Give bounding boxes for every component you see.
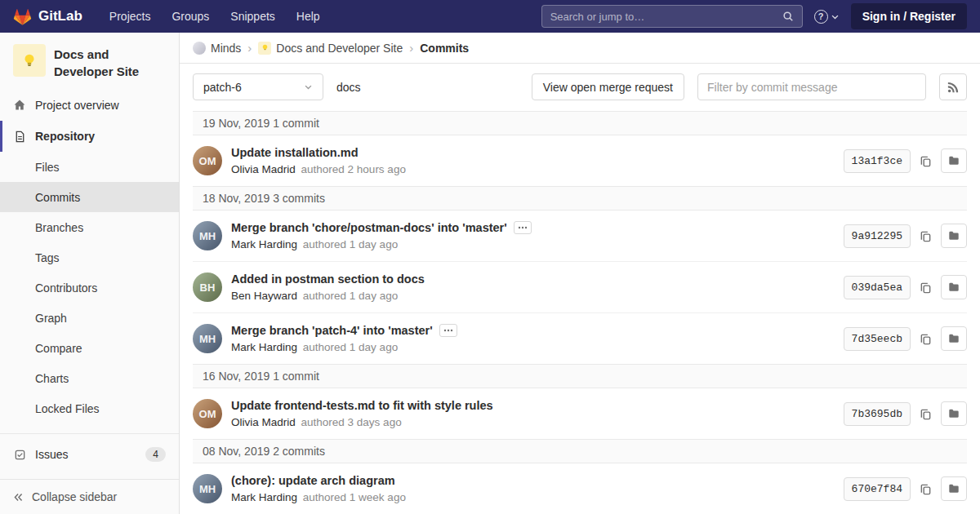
help-menu[interactable]: ? [814,10,840,24]
browse-files-button[interactable] [941,401,967,426]
sidebar-item-commits[interactable]: Commits [0,182,179,212]
browse-files-button[interactable] [941,148,967,173]
sidebar-item-label: Project overview [35,99,119,112]
sidebar-item-graph[interactable]: Graph [0,303,179,333]
collapse-sidebar-button[interactable]: Collapse sidebar [0,479,179,514]
sidebar-item-tags[interactable]: Tags [0,242,179,273]
folder-icon [948,483,960,494]
sidebar-item-compare[interactable]: Compare [0,333,179,363]
breadcrumb-group-label: Minds [211,42,241,55]
folder-icon [948,230,960,241]
avatar-initials: MH [199,333,216,345]
expand-commit-description-button[interactable] [514,221,532,234]
commit-title-link[interactable]: Merge branch 'chore/postman-docs' into '… [231,221,507,234]
top-navbar: GitLab Projects Groups Snippets Help ? S… [0,0,980,33]
commit-author-link[interactable]: Ben Hayward [231,290,297,302]
commit-row: BH Added in postman section to docs Ben … [193,261,967,312]
document-icon [13,131,26,143]
ref-path-label: docs [336,81,361,94]
commit-title-link[interactable]: Added in postman section to docs [231,273,425,286]
search-input[interactable] [550,11,782,23]
nav-item-help[interactable]: Help [286,0,331,33]
view-open-merge-request-button[interactable]: View open merge request [532,73,684,100]
breadcrumb-project-label: Docs and Developer Site [276,42,403,55]
copy-sha-button[interactable] [918,481,933,497]
commits-toolbar: patch-6 docs View open merge request [193,73,967,100]
commit-title-link[interactable]: Update installation.md [231,146,359,159]
brand-text[interactable]: GitLab [38,8,82,24]
avatar: MH [193,324,222,353]
sidebar-item-contributors[interactable]: Contributors [0,273,179,303]
commit-list: 19 Nov, 2019 1 commit OM Update installa… [193,111,967,514]
sidebar-item-locked-files[interactable]: Locked Files [0,393,179,423]
sidebar-item-project-overview[interactable]: Project overview [0,90,179,121]
commit-author-link[interactable]: Mark Harding [231,341,297,353]
sidebar-item-label: Repository [35,130,95,143]
commit-date-header: 16 Nov, 2019 1 commit [193,364,967,388]
group-avatar [193,42,206,55]
double-chevron-left-icon [13,492,24,503]
browse-files-button[interactable] [941,476,967,501]
sidebar-item-charts[interactable]: Charts [0,363,179,393]
ellipsis-icon [518,226,528,229]
commit-authored-text: authored 1 day ago [303,238,398,250]
nav-item-projects[interactable]: Projects [99,0,162,33]
commit-author-link[interactable]: Olivia Madrid [231,163,296,175]
copy-sha-button[interactable] [918,331,933,347]
commit-sha-link[interactable]: 9a912295 [844,224,911,248]
avatar-initials: MH [199,230,216,242]
copy-sha-button[interactable] [918,153,933,169]
nav-item-groups[interactable]: Groups [161,0,220,33]
copy-sha-button[interactable] [918,406,933,422]
sidebar-item-label: Issues [35,448,68,461]
commit-date-header: 18 Nov, 2019 3 commits [193,186,967,210]
browse-files-button[interactable] [941,224,967,248]
copy-sha-button[interactable] [918,228,933,244]
commit-sha-link[interactable]: 13a1f3ce [844,149,911,173]
commit-row: MH Merge branch 'patch-4' into 'master' … [193,312,967,364]
avatar: OM [193,399,222,428]
copy-icon [920,333,932,345]
sidebar-item-repository[interactable]: Repository [0,121,179,152]
project-header[interactable]: Docs and Developer Site [0,33,179,90]
avatar-initials: MH [199,483,216,495]
browse-files-button[interactable] [941,275,967,299]
breadcrumb-project[interactable]: Docs and Developer Site [258,42,403,55]
commit-authored-text: authored 1 day ago [303,341,398,353]
collapse-sidebar-label: Collapse sidebar [32,490,117,503]
commit-sha-link[interactable]: 7b3695db [844,402,911,426]
breadcrumb-group[interactable]: Minds [193,42,241,55]
issues-icon [13,449,26,461]
sidebar-item-branches[interactable]: Branches [0,212,179,242]
expand-commit-description-button[interactable] [439,324,457,337]
sidebar-item-files[interactable]: Files [0,152,179,182]
copy-sha-button[interactable] [918,280,933,295]
commit-author-link[interactable]: Mark Harding [231,238,297,250]
commit-sha-link[interactable]: 039da5ea [844,276,911,299]
nav-item-snippets[interactable]: Snippets [220,0,285,33]
commit-row: MH (chore): update arch diagram Mark Har… [193,463,967,514]
lightbulb-icon [20,51,38,69]
copy-icon [920,155,932,167]
sidebar-item-issues[interactable]: Issues 4 [0,439,179,470]
commit-title-link[interactable]: Merge branch 'patch-4' into 'master' [231,324,433,337]
commit-sha-link[interactable]: 670e7f84 [844,477,911,501]
commit-author-link[interactable]: Mark Harding [231,491,297,503]
project-sidebar: Docs and Developer Site Project overview… [0,33,180,514]
commits-feed-button[interactable] [939,73,967,100]
browse-files-button[interactable] [941,326,967,351]
avatar-initials: OM [199,408,216,420]
search-icon [782,11,794,22]
sidebar-nav: Project overview Repository Files Commit… [0,90,179,470]
sign-in-register-button[interactable]: Sign in / Register [851,3,967,29]
commit-title-link[interactable]: (chore): update arch diagram [231,474,395,487]
commit-title-link[interactable]: Update frontend-tests.md to fit with sty… [231,399,493,412]
lightbulb-icon [261,43,270,52]
chevron-down-icon [831,12,840,21]
filter-commits-input[interactable] [697,73,926,100]
gitlab-logo-icon[interactable] [13,7,32,26]
commit-author-link[interactable]: Olivia Madrid [231,416,296,428]
breadcrumb-current: Commits [420,42,469,55]
commit-sha-link[interactable]: 7d35eecb [844,327,911,351]
branch-selector[interactable]: patch-6 [193,73,323,100]
